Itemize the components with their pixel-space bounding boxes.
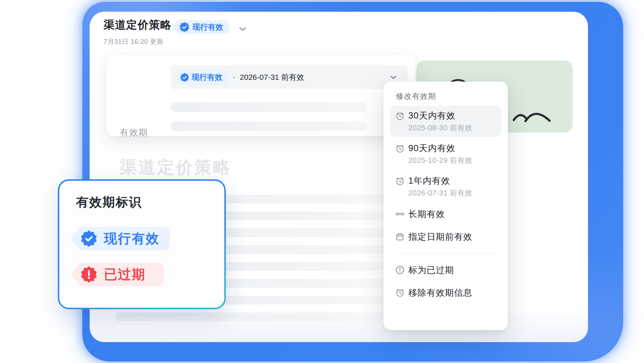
legend-title: 有效期标识 (76, 194, 142, 211)
alarm-clock-icon (395, 111, 405, 121)
infinity-icon (395, 209, 405, 219)
validity-badge: 现行有效 (178, 70, 227, 85)
menu-item[interactable]: 90天内有效2025-10-29 前有效 (390, 138, 501, 169)
menu-item-sublabel: 2025-10-29 前有效 (408, 156, 472, 165)
status-badge[interactable]: 现行有效 (176, 20, 229, 34)
modify-validity-menu: 修改有效期 30天内有效2025-08-30 前有效90天内有效2025-10-… (383, 82, 508, 330)
menu-title: 修改有效期 (396, 91, 501, 101)
menu-item[interactable]: 30天内有效2025-08-30 前有效 (390, 106, 501, 137)
validity-select[interactable]: 现行有效 · 2026-07-31 前有效 (171, 65, 408, 89)
chevron-down-icon[interactable] (389, 72, 398, 82)
last-updated-text: 7月31日 16:20 更新 (104, 37, 164, 46)
bird-doodle-icon (512, 106, 554, 124)
menu-item-label: 移除有效期信息 (408, 287, 472, 298)
alarm-clock-icon (395, 144, 405, 153)
legend-badge-label: 已过期 (104, 266, 146, 284)
menu-item-label: 指定日期前有效 (408, 231, 472, 242)
validity-badge-label: 现行有效 (192, 72, 222, 82)
menu-item-label: 90天内有效 (408, 143, 472, 154)
seal-check-icon (179, 22, 190, 32)
chevron-down-icon[interactable] (237, 23, 248, 34)
validity-label: 有效期 (120, 127, 148, 138)
seal-check-icon (80, 230, 97, 247)
menu-item[interactable]: 标为已过期 (390, 259, 501, 281)
seal-exclamation-icon (80, 266, 97, 283)
seal-check-icon (180, 73, 189, 82)
validity-legend-card: 有效期标识 现行有效已过期 (58, 179, 226, 309)
alarm-clock-icon (395, 288, 405, 297)
menu-item[interactable]: 指定日期前有效 (390, 226, 501, 247)
alarm-clock-icon (395, 176, 405, 186)
background-doc-title: 渠道定价策略 (120, 156, 232, 179)
legend-badge-valid: 现行有效 (77, 227, 170, 250)
dot-separator: · (233, 72, 235, 82)
menu-item-sublabel: 2026-07-31 前有效 (408, 188, 472, 198)
menu-item-label: 长期有效 (408, 209, 445, 220)
menu-item[interactable]: 1年内有效2026-07-31 前有效 (390, 171, 501, 202)
menu-item-sublabel: 2025-08-30 前有效 (408, 123, 472, 132)
placeholder-bar (171, 102, 367, 112)
menu-item[interactable]: 长期有效 (390, 203, 501, 225)
calendar-icon (395, 232, 405, 242)
menu-item-label: 1年内有效 (408, 175, 472, 186)
screenshot-stage: 渠道定价策略 渠道定价策略 现行有效 7月31日 16:20 更新 有效期 现行… (0, 0, 644, 363)
status-badge-label: 现行有效 (192, 22, 223, 32)
menu-divider (395, 253, 496, 254)
menu-item[interactable]: 移除有效期信息 (390, 282, 501, 303)
validity-card: 有效期 现行有效 · 2026-07-31 前有效 (106, 55, 415, 136)
menu-item-label: 标为已过期 (408, 265, 454, 276)
legend-badge-label: 现行有效 (104, 230, 160, 248)
page-title: 渠道定价策略 (104, 18, 172, 33)
validity-value: 2026-07-31 前有效 (240, 72, 304, 82)
legend-badge-expired: 已过期 (77, 263, 164, 286)
seal-exclamation-outline-icon (395, 265, 405, 275)
menu-item-label: 30天内有效 (408, 110, 472, 121)
placeholder-bar (171, 121, 367, 131)
